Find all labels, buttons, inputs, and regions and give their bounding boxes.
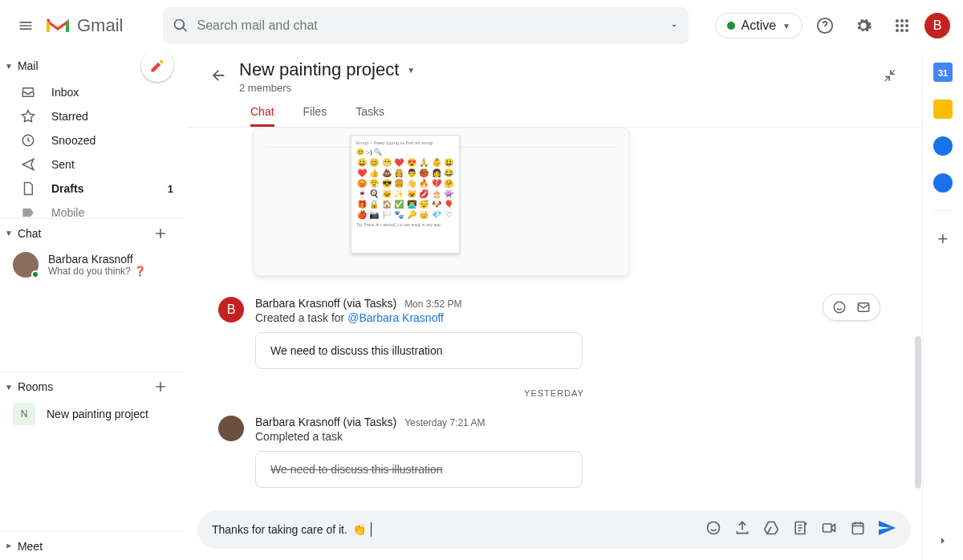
keep-app-icon[interactable]: [933, 99, 953, 119]
star-icon: [21, 109, 39, 124]
drafts-icon: [21, 181, 39, 196]
help-button[interactable]: [809, 10, 841, 42]
chevron-down-icon: ▼: [5, 62, 13, 71]
tab-files[interactable]: Files: [303, 99, 327, 127]
svg-point-3: [905, 19, 908, 22]
chat-dropdown-icon[interactable]: ▼: [407, 66, 415, 75]
svg-point-13: [708, 522, 720, 534]
docs-button[interactable]: [792, 520, 808, 539]
drive-button[interactable]: [763, 520, 779, 539]
message-avatar: B: [218, 297, 244, 323]
messages-list: Emoji – Keep typing to find an emoji 😊 :…: [186, 128, 922, 502]
sidebar-item-snoozed[interactable]: Snoozed: [0, 128, 186, 152]
send-icon: [21, 157, 39, 172]
add-app-button[interactable]: +: [938, 229, 949, 250]
svg-point-5: [900, 24, 904, 27]
send-button[interactable]: [877, 518, 896, 541]
sidebar-item-inbox[interactable]: Inbox: [0, 80, 186, 104]
clap-emoji: 👏: [352, 523, 366, 536]
status-label: Active: [742, 18, 777, 33]
forward-button[interactable]: [852, 296, 875, 319]
room-avatar: N: [13, 403, 35, 425]
gmail-logo[interactable]: Gmail: [45, 15, 123, 36]
new-room-button[interactable]: [148, 374, 173, 400]
main-menu-button[interactable]: [6, 6, 45, 45]
tasks-app-icon[interactable]: [933, 136, 953, 156]
inbox-icon: [21, 85, 39, 99]
search-icon: [173, 18, 189, 34]
collapse-chat-button[interactable]: [874, 59, 906, 91]
shared-doc-preview[interactable]: Emoji – Keep typing to find an emoji 😊 :…: [254, 128, 629, 276]
video-button[interactable]: [821, 520, 837, 539]
room-item[interactable]: N New painting project: [0, 401, 186, 427]
svg-point-1: [896, 19, 899, 22]
chevron-down-icon: ▼: [5, 229, 13, 237]
compose-button[interactable]: [141, 51, 173, 82]
tab-chat[interactable]: Chat: [250, 99, 274, 127]
label-icon: [21, 205, 39, 220]
app-header: Gmail Active ▼ B: [0, 0, 963, 51]
contact-avatar: [13, 252, 39, 278]
chat-contact[interactable]: Barbara Krasnoff What do you think?❓: [0, 247, 186, 282]
message-author: Barbara Krasnoff (via Tasks): [255, 416, 396, 428]
collapse-panel-button[interactable]: [937, 534, 949, 550]
react-button[interactable]: [828, 296, 851, 319]
calendar-app-icon[interactable]: 31: [933, 63, 953, 82]
emoji-button[interactable]: [705, 520, 721, 539]
meet-section-header[interactable]: ▼ Meet: [0, 531, 186, 560]
svg-point-7: [896, 29, 899, 32]
chat-title: New painting project: [239, 59, 399, 80]
account-avatar[interactable]: B: [924, 13, 950, 39]
sidebar-item-mobile[interactable]: Mobile: [0, 201, 186, 225]
mention-link[interactable]: @Barbara Krasnoff: [347, 311, 444, 324]
svg-rect-16: [852, 523, 863, 534]
mail-section-header[interactable]: ▼ Mail: [0, 51, 186, 80]
svg-point-9: [905, 29, 908, 32]
message-author: Barbara Krasnoff (via Tasks): [255, 297, 396, 310]
status-chip[interactable]: Active ▼: [715, 13, 802, 39]
svg-point-8: [900, 29, 904, 32]
message: Barbara Krasnoff (via Tasks) Yesterday 7…: [218, 409, 890, 494]
message-time: Yesterday 7:21 AM: [404, 417, 485, 428]
svg-rect-15: [823, 524, 832, 532]
chat-subtitle: 2 members: [239, 82, 415, 94]
search-options-icon[interactable]: [669, 21, 679, 30]
message-avatar: [218, 416, 244, 441]
chevron-down-icon: ▼: [782, 22, 790, 30]
search-input[interactable]: [189, 18, 669, 33]
tab-tasks[interactable]: Tasks: [356, 99, 384, 127]
calendar-button[interactable]: [850, 520, 866, 539]
scrollbar-thumb[interactable]: [915, 336, 921, 489]
side-panel: 31 +: [923, 51, 963, 560]
chat-panel: New painting project ▼ 2 members Chat Fi…: [186, 51, 923, 560]
message-actions: [823, 294, 880, 321]
rooms-section-header[interactable]: ▼ Rooms: [0, 372, 186, 401]
message: B Barbara Krasnoff (via Tasks) Mon 3:52 …: [218, 290, 890, 375]
question-badge-icon: ❓: [134, 266, 146, 277]
svg-point-2: [900, 19, 904, 22]
search-bar[interactable]: [163, 7, 689, 44]
clock-icon: [21, 133, 39, 148]
sidebar-item-drafts[interactable]: Drafts1: [0, 177, 186, 201]
svg-point-4: [896, 24, 899, 27]
back-button[interactable]: [202, 59, 234, 91]
chevron-right-icon: ▼: [4, 542, 13, 550]
emoji-grid: 😀😊😁❤️😍🙏👶😃 ❤️👍💩👸👨🏀👩😂 😡😤😎🍔👋🔥💔🤗 🍷🍳🐱✨😺💋🎂👾 🎁🔒…: [356, 158, 454, 219]
svg-point-6: [905, 24, 908, 27]
sidebar-item-sent[interactable]: Sent: [0, 152, 186, 177]
task-card-completed[interactable]: We need to discuss this illustration: [255, 451, 583, 488]
chat-tabs: Chat Files Tasks: [186, 94, 922, 128]
upload-button[interactable]: [734, 520, 750, 539]
task-card[interactable]: We need to discuss this illustration: [255, 332, 583, 369]
svg-point-11: [834, 302, 845, 313]
date-divider: YESTERDAY: [218, 388, 890, 398]
svg-text:31: 31: [938, 68, 948, 78]
apps-button[interactable]: [886, 10, 918, 42]
settings-button[interactable]: [847, 10, 880, 42]
contacts-app-icon[interactable]: [933, 173, 953, 193]
text-cursor: [371, 522, 372, 537]
presence-icon: [31, 270, 39, 278]
status-dot-icon: [727, 22, 735, 30]
sidebar-item-starred[interactable]: Starred: [0, 104, 186, 128]
compose-bar[interactable]: Thanks for taking care of it. 👏: [197, 510, 911, 549]
